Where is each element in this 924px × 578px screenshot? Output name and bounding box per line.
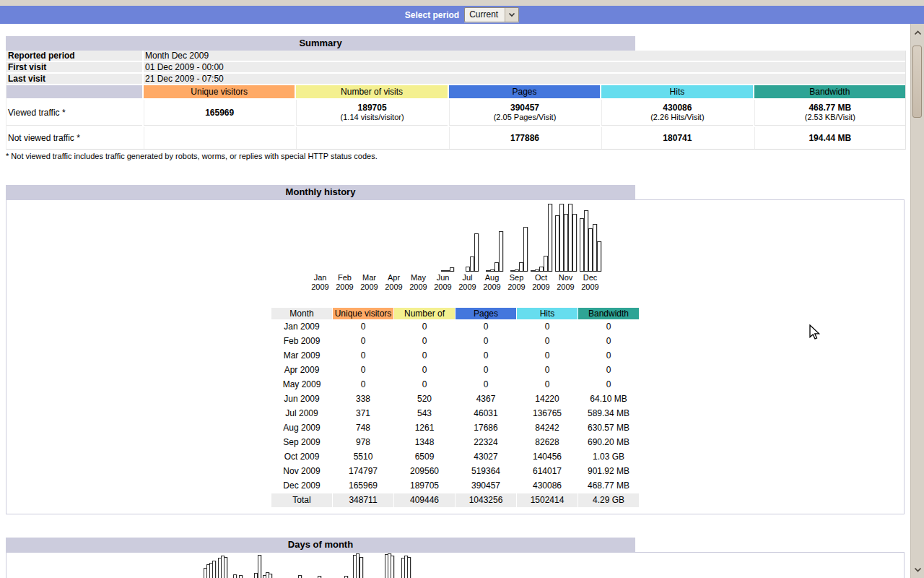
- monthly-table-cell: Dec 2009: [271, 479, 332, 493]
- monthly-table-cell: 0: [456, 349, 516, 363]
- month-bar-group: [431, 203, 456, 272]
- metric-header: Unique visitors: [144, 85, 295, 98]
- summary-info-label: First visit: [6, 62, 142, 72]
- traffic-value-cell: 468.77 MB(2.53 KB/Visit): [754, 100, 905, 126]
- traffic-ratio: (2.26 Hits/Visit): [650, 113, 704, 122]
- monthly-table-cell: 0: [517, 335, 578, 348]
- month-axis-label: Jul2009: [456, 273, 480, 292]
- monthly-table-cell: 0: [333, 363, 393, 377]
- month-axis-label: Oct2009: [529, 273, 554, 292]
- summary-info-label: Reported period: [6, 51, 142, 61]
- month-name: Nov: [554, 273, 578, 282]
- monthly-table-cell: Sep 2009: [271, 436, 332, 449]
- month-axis-label: Apr2009: [382, 273, 406, 292]
- chevron-down-icon: [505, 8, 518, 22]
- monthly-table-header: Month: [271, 308, 332, 319]
- month-year: 2009: [456, 282, 480, 292]
- traffic-value-cell: 194.44 MB: [754, 127, 905, 149]
- month-year: 2009: [480, 282, 505, 292]
- month-year: 2009: [554, 282, 578, 292]
- month-axis-label: May2009: [406, 273, 431, 292]
- traffic-value: 165969: [205, 108, 234, 118]
- monthly-table-cell: 690.20 MB: [578, 436, 639, 449]
- scroll-down-button[interactable]: [911, 564, 924, 574]
- monthly-table-cell: Jul 2009: [271, 407, 332, 420]
- monthly-table-cell: Apr 2009: [271, 363, 332, 377]
- month-year: 2009: [382, 282, 406, 292]
- traffic-ratio: (2.05 Pages/Visit): [494, 113, 557, 122]
- monthly-table-cell: 748: [333, 421, 393, 435]
- month-year: 2009: [505, 282, 529, 292]
- month-axis-label: Sep2009: [505, 273, 529, 292]
- monthly-table-cell: 64.10 MB: [578, 392, 639, 406]
- month-name: Jun: [431, 273, 456, 282]
- monthly-history-section: Jan2009Feb2009Mar2009Apr2009May2009Jun20…: [6, 199, 905, 514]
- monthly-table-cell: 0: [333, 349, 393, 363]
- traffic-value-cell: 177886: [449, 127, 600, 149]
- monthly-table-cell: 174797: [333, 465, 393, 478]
- monthly-table-cell: 0: [394, 349, 455, 363]
- month-bar-group: [357, 203, 382, 272]
- month-year: 2009: [529, 282, 554, 292]
- traffic-value: 194.44 MB: [808, 133, 851, 143]
- monthly-table-cell: 6509: [394, 450, 455, 464]
- monthly-table-cell: 4367: [456, 392, 516, 406]
- month-name: Jan: [308, 273, 333, 282]
- days-of-month-chart: [6, 552, 905, 578]
- day-bar: [407, 557, 411, 578]
- month-name: Oct: [529, 273, 554, 282]
- days-of-month-section-title: Days of month: [6, 538, 635, 553]
- monthly-table-cell: 22324: [456, 436, 516, 449]
- monthly-table-cell: 543: [394, 407, 455, 420]
- select-period-label: Select period: [405, 10, 459, 20]
- traffic-value-cell: 390457(2.05 Pages/Visit): [449, 100, 600, 126]
- month-bar: [474, 233, 479, 272]
- monthly-table-total-cell: 1502414: [517, 493, 578, 507]
- monthly-table-header: Number of visits: [394, 308, 455, 319]
- traffic-value-cell: 189705(1.14 visits/visitor): [296, 100, 447, 126]
- monthly-table-cell: Nov 2009: [271, 465, 332, 478]
- monthly-table-cell: 0: [394, 335, 455, 348]
- summary-info-label: Last visit: [6, 74, 142, 84]
- month-name: Dec: [578, 273, 603, 282]
- month-bar-group: [456, 203, 480, 272]
- period-select[interactable]: Current: [464, 7, 519, 22]
- monthly-table-cell: 0: [517, 349, 578, 363]
- monthly-table-cell: 46031: [456, 407, 516, 420]
- monthly-table-cell: 43027: [456, 450, 516, 464]
- monthly-table-cell: 338: [333, 392, 393, 406]
- monthly-table-cell: 136765: [517, 407, 578, 420]
- monthly-table-total-cell: 1043256: [456, 493, 516, 507]
- monthly-table-cell: 978: [333, 436, 393, 449]
- monthly-table-cell: 1348: [394, 436, 455, 449]
- monthly-table-cell: 209560: [394, 465, 455, 478]
- month-bar-group: [529, 203, 554, 272]
- metric-header: Bandwidth: [754, 85, 905, 98]
- period-toolbar: Select period Current: [0, 6, 924, 24]
- month-name: Mar: [357, 273, 382, 282]
- summary-info-value: Month Dec 2009: [144, 51, 905, 61]
- vertical-scrollbar[interactable]: [910, 24, 924, 578]
- scroll-up-button[interactable]: [911, 27, 924, 38]
- traffic-value: 430086: [663, 103, 692, 113]
- traffic-row-label: Not viewed traffic *: [6, 127, 142, 149]
- scrollbar-thumb[interactable]: [912, 46, 922, 118]
- month-bar-group: [578, 203, 603, 272]
- period-select-value: Current: [465, 8, 505, 22]
- monthly-table-cell: 0: [333, 335, 393, 348]
- month-year: 2009: [308, 282, 333, 292]
- monthly-table-cell: 189705: [394, 479, 455, 493]
- day-bar: [359, 557, 363, 578]
- monthly-table-cell: Mar 2009: [271, 349, 332, 363]
- traffic-value: 390457: [510, 103, 539, 113]
- monthly-table-cell: Aug 2009: [271, 421, 332, 435]
- month-bar-group: [505, 203, 529, 272]
- month-bar: [523, 227, 528, 272]
- monthly-table-cell: 0: [394, 320, 455, 334]
- monthly-table-cell: 82628: [517, 436, 578, 449]
- month-axis-label: Jan2009: [308, 273, 333, 292]
- day-bar: [269, 574, 272, 578]
- traffic-row-label: Viewed traffic *: [6, 100, 142, 126]
- month-bar-group: [382, 203, 406, 272]
- monthly-table-cell: 165969: [333, 479, 393, 493]
